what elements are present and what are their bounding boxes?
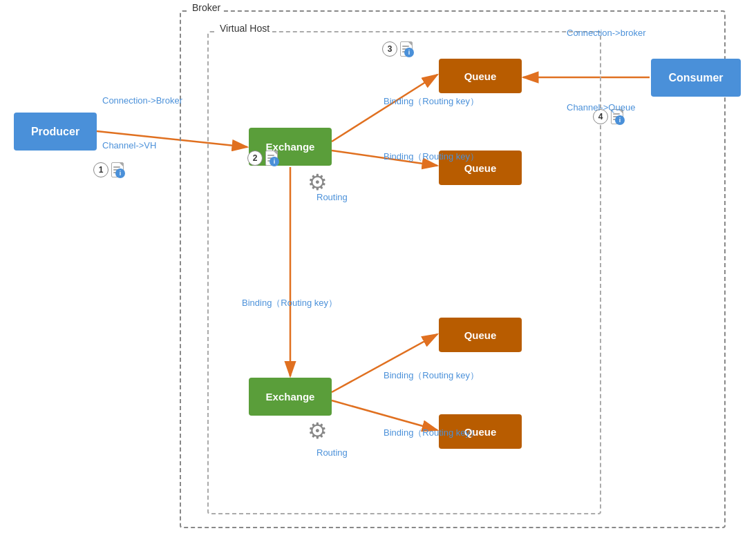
producer-box: Producer: [14, 113, 97, 151]
label-binding3: Binding（Routing key）: [242, 297, 337, 309]
gear-bottom-icon: ⚙: [308, 418, 328, 444]
diagram-container: Broker Virtual Host Producer Consumer Ex…: [0, 0, 756, 542]
label-routing1: Routing: [316, 192, 348, 202]
vhost-label: Virtual Host: [217, 23, 272, 34]
queue2-label: Queue: [464, 162, 497, 174]
label-binding1: Binding（Routing key）: [384, 95, 479, 108]
queue1-box: Queue: [439, 59, 522, 93]
bubble3-doc-icon: i: [400, 41, 413, 57]
label-connection-broker2: Connection->broker: [567, 28, 646, 38]
label-routing2: Routing: [316, 447, 348, 458]
bubble1-number: 1: [93, 162, 108, 177]
label-binding4: Binding（Routing key）: [384, 369, 479, 382]
info-bubble-1: 1 i: [93, 162, 124, 177]
exchange-bottom-label: Exchange: [266, 391, 315, 403]
info-bubble-2: 2 i: [247, 151, 278, 166]
queue3-label: Queue: [464, 329, 497, 341]
bubble2-doc-icon: i: [265, 151, 278, 166]
queue1-label: Queue: [464, 70, 497, 82]
consumer-box: Consumer: [651, 59, 741, 97]
producer-label: Producer: [31, 126, 79, 138]
bubble1-doc-icon: i: [111, 162, 124, 177]
label-channel-vh: Channel->VH: [102, 140, 156, 151]
queue3-box: Queue: [439, 318, 522, 352]
bubble3-number: 3: [382, 41, 397, 57]
consumer-label: Consumer: [668, 72, 723, 84]
bubble2-number: 2: [247, 151, 263, 166]
info-bubble-3: 3 i: [382, 41, 413, 57]
label-binding5: Binding（Routing key）: [384, 427, 479, 439]
label-binding2: Binding（Routing key）: [384, 151, 479, 163]
broker-label: Broker: [189, 2, 223, 13]
label-channel-queue: Channel->Queue: [567, 102, 635, 113]
label-connection-broker: Connection->Broker: [102, 95, 182, 106]
exchange-bottom-box: Exchange: [249, 378, 332, 416]
